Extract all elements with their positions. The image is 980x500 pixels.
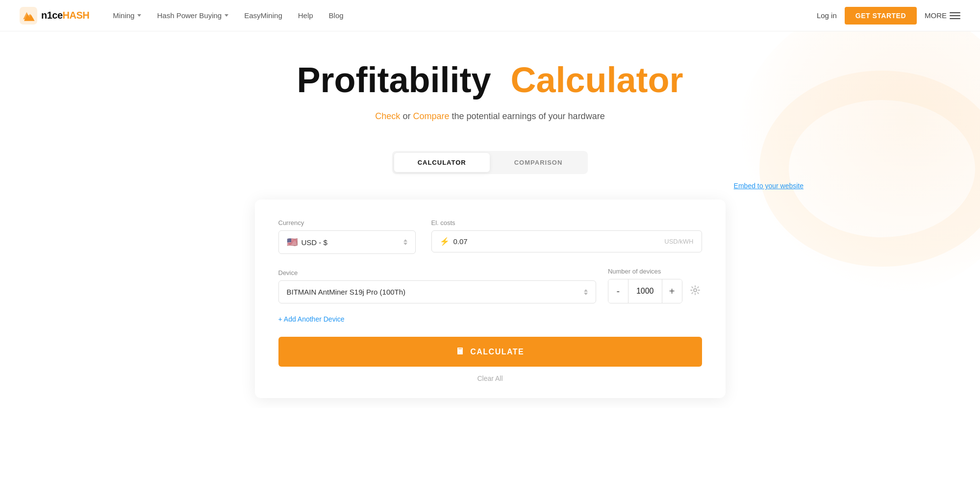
hero-subtitle: Check or Compare the potential earnings …: [20, 111, 960, 122]
nav-easymining-label: EasyMining: [244, 11, 282, 20]
hamburger-icon: [950, 12, 960, 19]
nav-blog-label: Blog: [329, 11, 344, 20]
device-field-group: Device BITMAIN AntMiner S19j Pro (100Th): [278, 269, 596, 303]
el-cost-input[interactable]: [453, 237, 493, 246]
elcosts-field-group: El. costs ⚡ USD/kWH: [431, 219, 702, 254]
num-devices-value: 1000: [628, 279, 662, 303]
embed-link-row: Embed to your website: [0, 174, 980, 190]
device-row: Device BITMAIN AntMiner S19j Pro (100Th)…: [278, 268, 702, 303]
currency-label: Currency: [278, 219, 416, 226]
tabs-container: CALCULATOR COMPARISON: [0, 151, 980, 174]
device-select[interactable]: BITMAIN AntMiner S19j Pro (100Th): [278, 280, 596, 303]
check-link[interactable]: Check: [375, 111, 400, 121]
login-button[interactable]: Log in: [817, 11, 837, 20]
gear-icon: [690, 285, 700, 295]
get-started-button[interactable]: GET STARTED: [845, 7, 917, 25]
decrease-devices-button[interactable]: -: [608, 279, 628, 303]
tab-calculator[interactable]: CALCULATOR: [394, 153, 490, 172]
form-row-currency: Currency 🇺🇸 USD - $ El. costs ⚡ USD/kWH: [278, 219, 702, 254]
currency-field-group: Currency 🇺🇸 USD - $: [278, 219, 416, 254]
nav-help-label: Help: [298, 11, 313, 20]
tab-comparison[interactable]: COMPARISON: [491, 153, 586, 172]
more-button[interactable]: MORE: [925, 11, 960, 20]
nav-help[interactable]: Help: [298, 11, 313, 20]
hero-section: Profitability Calculator Check or Compar…: [0, 31, 980, 131]
nav-easymining[interactable]: EasyMining: [244, 11, 282, 20]
increase-devices-button[interactable]: +: [662, 279, 682, 303]
title-orange: Calculator: [510, 60, 683, 100]
el-cost-input-wrapper: ⚡ USD/kWH: [431, 230, 702, 252]
devices-settings-button[interactable]: [688, 283, 702, 300]
calculator-card: Currency 🇺🇸 USD - $ El. costs ⚡ USD/kWH: [255, 200, 726, 398]
num-devices-control: - 1000 +: [608, 279, 682, 303]
device-label: Device: [278, 269, 596, 276]
calculate-button[interactable]: 🖩 CALCULATE: [278, 337, 702, 367]
el-costs-label: El. costs: [431, 219, 702, 226]
add-device-link[interactable]: + Add Another Device: [278, 315, 345, 323]
currency-arrows-icon: [403, 239, 407, 245]
more-label: MORE: [925, 11, 947, 20]
nav-mining[interactable]: Mining: [113, 11, 141, 20]
logo[interactable]: n1ceHASH: [20, 7, 89, 25]
num-devices-field-group: Number of devices - 1000 +: [608, 268, 702, 303]
currency-select[interactable]: 🇺🇸 USD - $: [278, 230, 416, 254]
mining-chevron-icon: [137, 14, 141, 17]
tab-group: CALCULATOR COMPARISON: [392, 151, 588, 174]
calculate-label: CALCULATE: [470, 348, 524, 356]
nav-mining-label: Mining: [113, 11, 134, 20]
calculator-icon: 🖩: [456, 347, 466, 357]
currency-value: USD - $: [302, 238, 400, 247]
logo-icon: [20, 7, 37, 25]
page-title: Profitability Calculator: [20, 61, 960, 100]
compare-link[interactable]: Compare: [413, 111, 449, 121]
num-devices-label: Number of devices: [608, 268, 702, 275]
currency-flag: 🇺🇸: [287, 237, 298, 248]
device-value: BITMAIN AntMiner S19j Pro (100Th): [287, 288, 584, 296]
lightning-icon: ⚡: [440, 237, 450, 246]
device-arrows-icon: [584, 289, 588, 295]
nav-blog[interactable]: Blog: [329, 11, 344, 20]
logo-text: n1ceHASH: [41, 10, 89, 21]
embed-link[interactable]: Embed to your website: [734, 182, 804, 190]
title-black: Profitability: [297, 60, 491, 100]
nav-hash-power[interactable]: Hash Power Buying: [157, 11, 228, 20]
el-cost-unit: USD/kWH: [664, 238, 693, 245]
clear-all-button[interactable]: Clear All: [278, 375, 702, 382]
subtitle-or: or: [402, 111, 413, 121]
svg-point-1: [694, 289, 697, 292]
nav-hash-power-label: Hash Power Buying: [157, 11, 222, 20]
subtitle-end: the potential earnings of your hardware: [452, 111, 604, 121]
hash-power-chevron-icon: [225, 14, 228, 17]
